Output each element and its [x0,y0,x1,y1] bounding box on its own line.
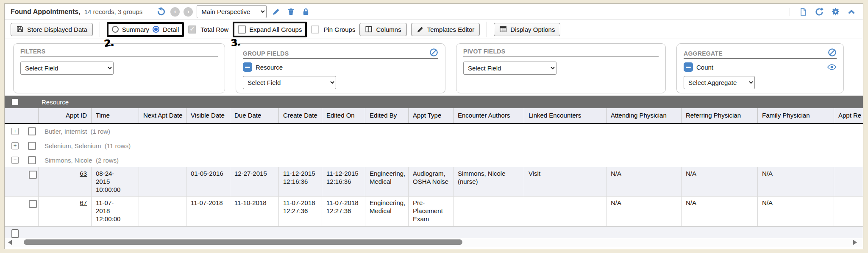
cell-time: 08-24-2015 10:00:00 [92,167,139,196]
delete-perspective-button[interactable] [285,6,296,17]
eye-icon [827,64,837,70]
column-header-appt-type[interactable]: Appt Type [409,108,453,123]
row-checkbox[interactable] [29,171,37,179]
column-header-visible-date[interactable]: Visible Date [186,108,230,123]
group-checkbox[interactable] [28,156,36,164]
cell-attending-physician: N/A [606,197,682,225]
cell-appt-re [834,167,863,196]
cell-appt-type: Pre-Placement Exam [409,197,453,225]
cell-due-date: 11-10-2018 [230,197,279,225]
clear-group-fields-button[interactable] [429,48,438,57]
column-header-create-date[interactable]: Create Date [279,108,322,123]
templates-editor-button[interactable]: Templates Editor [411,23,480,36]
column-header-edited-on[interactable]: Edited On [322,108,365,123]
pencil-icon [417,26,424,33]
settings-button[interactable] [830,6,841,17]
cell-edited-on: 11-07-2018 12:27:36 [322,197,365,225]
perspective-select[interactable]: Main Perspective [197,5,267,18]
scroll-right-arrow[interactable] [853,240,857,245]
pencil-icon [272,8,280,16]
detail-label: Detail [163,26,179,33]
filters-title: FILTERS [20,48,45,55]
column-header-edited-by[interactable]: Edited By [365,108,409,123]
cell-create-date: 11-12-2015 12:16:36 [279,167,322,196]
scroll-left-arrow[interactable] [8,240,12,245]
appt-id-link[interactable]: 63 [80,170,87,177]
pivot-field-select[interactable]: Select Field [463,62,556,75]
group-label: Selenium, Selenium [45,142,101,149]
group-checkbox[interactable] [28,127,36,135]
expand-all-groups-highlight-box: Expand All Groups 3. [233,22,307,37]
refresh-button[interactable] [814,6,825,17]
column-header-next-apt-date[interactable]: Next Apt Date [139,108,186,123]
group-fields-panel: GROUP FIELDS Resource Select Field [236,43,445,93]
column-header-time[interactable]: Time [92,108,139,123]
summary-label: Summary [122,26,149,33]
prev-perspective-button[interactable]: ‹ [170,7,180,17]
detail-radio[interactable] [153,26,159,33]
undo-button[interactable] [156,6,167,17]
cell-referring-physician: N/A [682,197,758,225]
refresh-icon [815,7,824,17]
cell-encounter-authors: Simmons, Nicole (nurse) [453,167,524,196]
toggle-aggregate-visibility-button[interactable] [827,64,837,70]
column-header-appt-re[interactable]: Appt Re [834,108,863,123]
clear-aggregate-button[interactable] [828,48,837,57]
expand-group-button[interactable]: + [11,128,19,135]
summary-radio[interactable] [112,26,119,33]
horizontal-scrollbar[interactable] [5,238,863,247]
collapse-group-button[interactable]: − [11,157,19,164]
lock-icon [302,8,310,16]
scrollbar-thumb[interactable] [24,239,462,245]
columns-button[interactable]: Columns [359,23,406,36]
pivot-fields-panel: PIVOT FIELDS Select Field [456,43,666,93]
column-header-attending-physician[interactable]: Attending Physician [606,108,682,123]
store-displayed-data-button[interactable]: Store Displayed Data [11,23,93,36]
filters-field-select[interactable]: Select Field [20,62,114,75]
remove-count-aggregate-button[interactable] [684,62,693,72]
group-row-simmons: − Simmons, Nicole (2 rows) [5,153,863,167]
cell-attending-physician: N/A [606,167,682,196]
column-header-encounter-authors[interactable]: Encounter Authors [453,108,524,123]
appt-id-link[interactable]: 67 [80,199,87,206]
group-header-bar: Resource [5,96,863,108]
cell-time: 11-07-2018 12:00:00 [92,197,139,225]
expand-all-groups-checkbox[interactable] [238,25,246,34]
group-count: (2 rows) [96,157,119,164]
divider [100,22,100,37]
group-checkbox[interactable] [28,142,36,150]
edit-perspective-button[interactable] [270,6,281,17]
columns-icon [365,25,373,33]
expand-group-button[interactable]: + [11,142,19,149]
group-by-field-label: Resource [42,98,69,106]
select-all-checkbox[interactable] [12,99,18,105]
collapse-panel-button[interactable] [846,6,857,17]
column-header-referring-physician[interactable]: Referring Physician [682,108,758,123]
cell-edited-by: Engineering, Medical [365,167,409,196]
column-header-family-physician[interactable]: Family Physician [758,108,834,123]
pivot-fields-title: PIVOT FIELDS [463,48,505,55]
aggregate-select[interactable]: Select Aggregate [684,76,755,89]
column-header-due-date[interactable]: Due Date [230,108,279,123]
column-header-appt-id[interactable]: Appt ID [39,108,92,123]
ban-icon [429,48,438,57]
cell-referring-physician: N/A [682,167,758,196]
cell-appt-re [834,197,863,225]
pin-groups-checkbox[interactable] [311,25,319,34]
lock-perspective-button[interactable] [300,6,311,17]
column-header-linked-encounters[interactable]: Linked Encounters [524,108,606,123]
chevron-right-icon: › [187,8,189,14]
total-row-checkbox[interactable] [188,25,196,34]
new-document-button[interactable] [798,6,809,17]
display-options-button[interactable]: Display Options [494,23,560,36]
remove-resource-group-button[interactable] [243,62,252,72]
document-icon [799,8,807,16]
found-appointments-panel: Found Appointments, 14 records, 3 groups… [4,3,863,249]
group-field-select[interactable]: Select Field [243,76,336,89]
row-checkbox[interactable] [29,200,37,208]
footer-checkbox[interactable] [11,229,19,238]
next-perspective-button[interactable]: › [184,7,193,17]
cell-due-date: 12-27-2015 [230,167,279,196]
header-bar: Found Appointments, 14 records, 3 groups… [5,4,863,20]
cell-edited-by: Engineering, Medical [365,197,409,225]
